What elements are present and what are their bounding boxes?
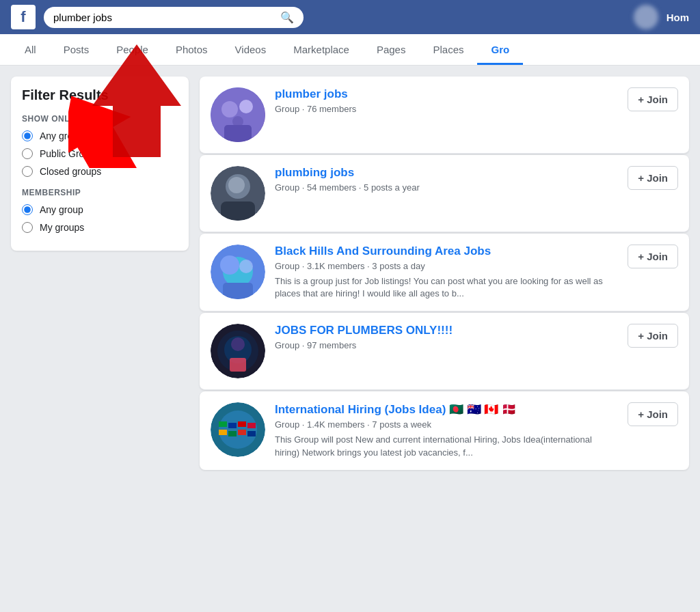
svg-rect-30 [247,431,256,436]
svg-point-4 [239,100,253,113]
tab-places[interactable]: Places [419,34,477,65]
svg-rect-28 [228,431,237,436]
group-card-1: plumber jobs Group · 76 members + Join [200,76,689,154]
filter-any-group[interactable]: Any group [22,130,178,141]
svg-rect-25 [238,421,246,427]
svg-point-13 [220,255,239,275]
search-input[interactable] [53,12,275,23]
tab-posts[interactable]: Posts [50,34,103,65]
header-right: Hom [634,5,689,29]
user-avatar [634,5,658,29]
svg-point-3 [221,101,238,117]
group-avatar-1 [211,87,265,142]
group-meta-1: Group · 76 members [275,104,618,114]
svg-point-10 [228,177,245,193]
group-meta-4: Group · 97 members [275,340,618,350]
svg-rect-27 [219,430,227,435]
nav-tabs: All Posts People Photos Videos Marketpla… [0,34,700,66]
join-button-4[interactable]: + Join [628,324,678,348]
tab-marketplace[interactable]: Marketplace [280,34,363,65]
membership-any-group-radio[interactable] [22,204,33,215]
tab-people[interactable]: People [103,34,162,65]
tab-pages[interactable]: Pages [363,34,420,65]
filter-title: Filter Results [22,87,178,103]
membership-my-groups-label: My groups [40,222,84,233]
group-avatar-5 [211,402,265,457]
group-info-2: plumbing jobs Group · 54 members · 5 pos… [275,166,618,197]
svg-point-14 [239,260,253,273]
group-name-1[interactable]: plumber jobs [275,87,618,101]
filter-closed-groups[interactable]: Closed groups [22,166,178,177]
tab-groups[interactable]: Gro [477,34,523,65]
filter-public-groups[interactable]: Public Groups [22,148,178,159]
group-desc-3: This is a group just for Job listings! Y… [275,275,618,300]
group-info-4: JOBS FOR PLUMBERS ONLY!!!! Group · 97 me… [275,324,618,354]
group-info-5: International Hiring (Jobs Idea) 🇧🇩 🇦🇺 🇨… [275,402,618,458]
svg-rect-29 [238,430,246,435]
tab-all[interactable]: All [11,34,50,65]
group-avatar-4 [211,324,265,378]
group-avatar-2 [211,166,265,221]
membership-any-group[interactable]: Any group [22,204,178,215]
sidebar: Filter Results SHOW ONLY Any group Publi… [11,76,189,251]
svg-point-20 [231,337,245,351]
svg-rect-15 [223,283,253,299]
group-avatar-3 [211,245,265,299]
group-card-4: JOBS FOR PLUMBERS ONLY!!!! Group · 97 me… [200,313,689,390]
group-card-3: Black Hills And Surrounding Area Jobs Gr… [200,234,689,311]
membership-label: MEMBERSHIP [22,188,178,197]
filter-closed-groups-label: Closed groups [40,166,101,177]
join-button-1[interactable]: + Join [628,87,678,111]
svg-rect-19 [230,358,246,372]
svg-rect-24 [228,423,237,428]
group-card-2: plumbing jobs Group · 54 members · 5 pos… [200,155,689,232]
group-info-1: plumber jobs Group · 76 members [275,87,618,118]
search-bar-container: 🔍 [44,7,304,28]
svg-rect-9 [221,201,255,221]
show-only-label: SHOW ONLY [22,114,178,124]
filter-closed-groups-radio[interactable] [22,166,33,177]
group-name-3[interactable]: Black Hills And Surrounding Area Jobs [275,245,618,258]
group-name-4[interactable]: JOBS FOR PLUMBERS ONLY!!!! [275,324,618,337]
group-name-5[interactable]: International Hiring (Jobs Idea) 🇧🇩 🇦🇺 🇨… [275,402,618,417]
join-button-3[interactable]: + Join [628,245,678,268]
search-icon: 🔍 [280,11,294,24]
svg-rect-6 [224,125,252,142]
tab-photos[interactable]: Photos [162,34,221,65]
group-meta-5: Group · 1.4K members · 7 posts a week [275,419,618,430]
main-layout: Filter Results SHOW ONLY Any group Publi… [0,66,700,481]
group-name-2[interactable]: plumbing jobs [275,166,618,180]
tab-videos[interactable]: Videos [221,34,280,65]
filter-public-groups-label: Public Groups [40,148,100,159]
group-meta-2: Group · 54 members · 5 posts a year [275,182,618,193]
group-desc-5: This Group will post New and current int… [275,434,618,458]
filter-public-groups-radio[interactable] [22,148,33,159]
filter-any-group-radio[interactable] [22,130,33,141]
home-link[interactable]: Hom [667,12,689,23]
group-meta-3: Group · 3.1K members · 3 posts a day [275,261,618,271]
membership-my-groups[interactable]: My groups [22,222,178,233]
filter-any-group-label: Any group [40,130,83,141]
results-area: plumber jobs Group · 76 members + Join p… [200,76,689,470]
svg-rect-26 [247,423,256,428]
group-info-3: Black Hills And Surrounding Area Jobs Gr… [275,245,618,300]
membership-my-groups-radio[interactable] [22,222,33,233]
group-card-5: International Hiring (Jobs Idea) 🇧🇩 🇦🇺 🇨… [200,391,689,469]
svg-rect-23 [219,421,227,427]
join-button-5[interactable]: + Join [628,402,678,426]
join-button-2[interactable]: + Join [628,166,678,190]
header: f 🔍 Hom [0,0,700,34]
membership-any-group-label: Any group [40,204,83,215]
facebook-logo: f [11,5,36,29]
